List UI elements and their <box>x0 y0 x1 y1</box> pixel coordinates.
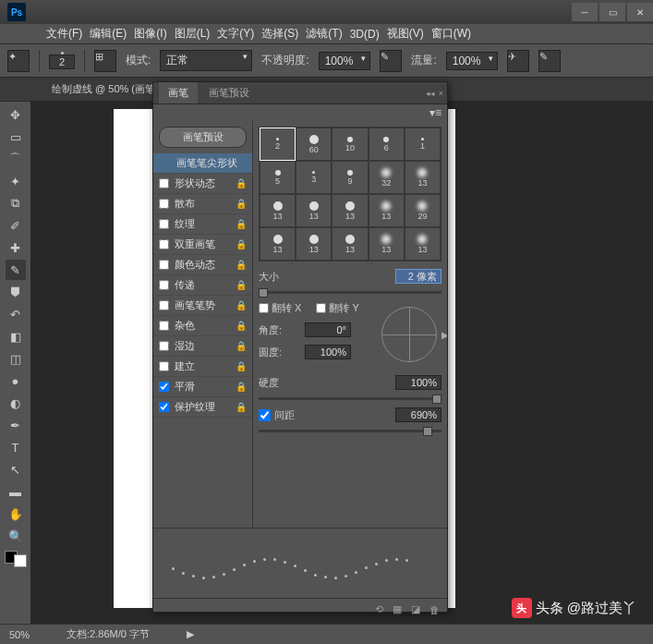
brush-section[interactable]: 建立🔒 <box>153 357 252 377</box>
panel-close-icon[interactable]: × <box>439 89 443 98</box>
brush-tip[interactable]: 13 <box>332 227 368 261</box>
dodge-tool[interactable]: ◐ <box>6 393 26 413</box>
brush-tip[interactable]: 60 <box>296 128 332 161</box>
tool-preset-icon[interactable]: ✦ <box>7 50 30 72</box>
size-slider[interactable] <box>259 291 441 294</box>
brush-tip[interactable]: 13 <box>260 227 296 261</box>
menu-type[interactable]: 文字(Y) <box>217 26 254 42</box>
brush-section[interactable]: 湿边🔒 <box>153 336 252 357</box>
flow-dropdown[interactable]: 100% <box>446 52 499 70</box>
eraser-tool[interactable]: ◧ <box>6 326 26 346</box>
brush-section[interactable]: 双重画笔🔒 <box>153 235 252 255</box>
path-tool[interactable]: ↖ <box>6 459 26 480</box>
brush-section[interactable]: 保护纹理🔒 <box>153 397 252 418</box>
type-tool[interactable]: T <box>6 437 26 457</box>
hand-tool[interactable]: ✋ <box>6 504 26 524</box>
menu-image[interactable]: 图像(I) <box>134 26 166 42</box>
brush-tip[interactable]: 2 <box>260 128 296 161</box>
shape-tool[interactable]: ▬ <box>6 481 26 502</box>
brush-preset-button[interactable]: 画笔预设 <box>159 127 247 148</box>
tab-brush[interactable]: 画笔 <box>159 82 198 103</box>
brush-tip[interactable]: 3 <box>296 161 332 194</box>
close-button[interactable]: ✕ <box>627 3 653 21</box>
brush-section[interactable]: 形状动态🔒 <box>153 174 252 194</box>
brush-tip[interactable]: 9 <box>332 161 368 194</box>
spacing-checkbox[interactable]: 间距 <box>259 408 295 422</box>
history-brush-tool[interactable]: ↶ <box>6 304 26 324</box>
blur-tool[interactable]: ● <box>6 371 26 391</box>
brush-section[interactable]: 散布🔒 <box>153 194 252 214</box>
zoom-level[interactable]: 50% <box>9 629 30 640</box>
brush-tip[interactable]: 10 <box>332 128 368 161</box>
flip-x-checkbox[interactable]: 翻转 X <box>259 301 301 315</box>
zoom-tool[interactable]: 🔍 <box>6 526 26 546</box>
lasso-tool[interactable]: ⌒ <box>6 149 26 169</box>
roundness-input[interactable] <box>305 345 351 359</box>
document-info[interactable]: 文档:2.86M/0 字节 <box>67 627 150 641</box>
menu-filter[interactable]: 滤镜(T) <box>306 26 342 42</box>
angle-control[interactable] <box>381 307 437 362</box>
brush-tip[interactable]: 13 <box>332 194 368 227</box>
brush-tip[interactable]: 13 <box>369 227 405 261</box>
brush-panel-icon[interactable]: ⊞ <box>94 50 116 72</box>
menu-select[interactable]: 选择(S) <box>261 26 298 42</box>
menu-3d[interactable]: 3D(D) <box>350 28 380 41</box>
airbrush-icon[interactable]: ✈ <box>507 50 529 72</box>
color-swatches[interactable] <box>5 551 27 567</box>
panel-collapse-icon[interactable]: ◂◂ <box>426 89 435 98</box>
stamp-tool[interactable]: ⛊ <box>6 282 26 302</box>
new-preset-icon[interactable]: ▦ <box>393 603 402 615</box>
hardness-slider[interactable] <box>259 397 441 400</box>
delete-icon[interactable]: 🗑 <box>429 604 440 615</box>
tab-brush-presets[interactable]: 画笔预设 <box>200 82 259 103</box>
brush-section[interactable]: 颜色动态🔒 <box>153 255 252 275</box>
move-tool[interactable]: ✥ <box>6 104 26 125</box>
brush-tip[interactable]: 13 <box>296 227 332 261</box>
mode-dropdown[interactable]: 正常 <box>160 50 252 71</box>
brush-tip[interactable]: 13 <box>260 194 296 227</box>
wand-tool[interactable]: ✦ <box>6 171 26 191</box>
minimize-button[interactable]: ─ <box>572 3 598 21</box>
brush-tip[interactable]: 32 <box>369 161 405 194</box>
brush-tip[interactable]: 13 <box>405 227 441 261</box>
brush-tip[interactable]: 29 <box>405 194 441 227</box>
brush-tip[interactable]: 13 <box>405 161 441 194</box>
maximize-button[interactable]: ▭ <box>599 3 625 21</box>
opacity-pressure-icon[interactable]: ✎ <box>380 50 402 72</box>
menu-view[interactable]: 视图(V) <box>387 26 424 42</box>
eyedropper-tool[interactable]: ✐ <box>6 215 26 236</box>
brush-tool[interactable]: ✎ <box>6 260 26 280</box>
brush-section[interactable]: 杂色🔒 <box>153 316 252 336</box>
brush-tip[interactable]: 13 <box>369 194 405 227</box>
menu-edit[interactable]: 编辑(E) <box>90 26 127 42</box>
info-arrow-icon[interactable]: ▶ <box>187 628 194 640</box>
angle-input[interactable] <box>305 322 351 337</box>
spacing-slider[interactable] <box>259 430 441 432</box>
flip-y-checkbox[interactable]: 翻转 Y <box>316 301 358 315</box>
background-color[interactable] <box>14 554 27 567</box>
create-preset-icon[interactable]: ◪ <box>411 603 420 615</box>
brush-tip[interactable]: 6 <box>369 128 405 161</box>
panel-menu-icon[interactable]: ▾≡ <box>429 106 441 119</box>
opacity-dropdown[interactable]: 100% <box>319 52 371 70</box>
brush-section[interactable]: 画笔笔尖形状 <box>153 153 252 174</box>
menu-layer[interactable]: 图层(L) <box>175 26 211 42</box>
brush-tip[interactable]: 5 <box>260 161 296 194</box>
spacing-input[interactable] <box>395 407 441 422</box>
brush-preview[interactable]: 2 <box>49 52 75 69</box>
gradient-tool[interactable]: ◫ <box>6 348 26 369</box>
brush-tip[interactable]: 13 <box>296 194 332 227</box>
pen-tool[interactable]: ✒ <box>6 415 26 435</box>
heal-tool[interactable]: ✚ <box>6 237 26 258</box>
hardness-input[interactable] <box>395 375 441 390</box>
brush-section[interactable]: 画笔笔势🔒 <box>153 296 252 316</box>
size-input[interactable] <box>395 269 441 284</box>
size-pressure-icon[interactable]: ✎ <box>538 50 561 72</box>
crop-tool[interactable]: ⧉ <box>6 193 26 213</box>
menu-file[interactable]: 文件(F) <box>46 26 82 42</box>
brush-section[interactable]: 平滑🔒 <box>153 377 252 397</box>
brush-tip[interactable]: 1 <box>405 128 441 161</box>
toggle-preview-icon[interactable]: ⟲ <box>375 603 383 615</box>
brush-section[interactable]: 纹理🔒 <box>153 214 252 235</box>
menu-window[interactable]: 窗口(W) <box>431 26 471 42</box>
